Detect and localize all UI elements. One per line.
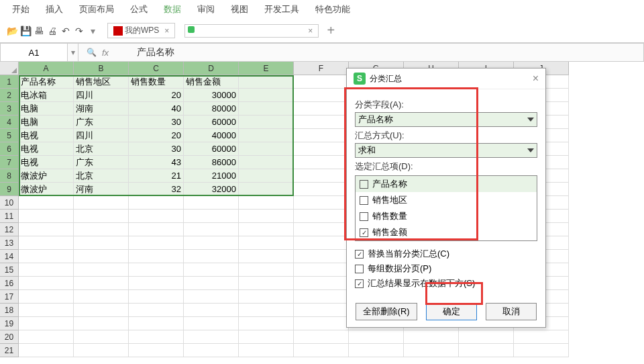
cell[interactable] [239, 129, 294, 142]
menu-view[interactable]: 视图 [231, 3, 248, 15]
cell[interactable] [294, 317, 349, 330]
cell[interactable] [129, 304, 184, 317]
cell[interactable] [294, 196, 349, 210]
menu-insert[interactable]: 插入 [46, 3, 63, 15]
name-box-dropdown-icon[interactable]: ▾ [68, 44, 78, 61]
cell[interactable] [19, 317, 74, 330]
cell[interactable] [239, 263, 294, 277]
checkbox-icon[interactable]: ✓ [360, 228, 368, 237]
cell[interactable] [129, 263, 184, 277]
cell[interactable] [404, 344, 459, 357]
cell[interactable] [239, 250, 294, 263]
cell[interactable]: 销售金额 [184, 75, 239, 89]
cell[interactable] [239, 169, 294, 183]
cell[interactable]: 电冰箱 [19, 89, 74, 102]
cell[interactable]: 微波炉 [19, 169, 74, 183]
row-header[interactable]: 15 [0, 263, 19, 277]
cell[interactable] [184, 236, 239, 250]
cell[interactable] [129, 330, 184, 344]
cell[interactable]: 21000 [184, 169, 239, 183]
cell[interactable]: 43 [129, 156, 184, 169]
cell[interactable] [239, 317, 294, 330]
cell[interactable]: 60000 [184, 142, 239, 156]
cell[interactable]: 电脑 [19, 116, 74, 129]
cell[interactable] [239, 304, 294, 317]
items-listbox[interactable]: 产品名称 销售地区 销售数量 ✓ 销售金额 [355, 175, 537, 241]
cell[interactable] [129, 223, 184, 236]
list-item[interactable]: 销售数量 [356, 208, 537, 224]
cell[interactable] [184, 277, 239, 290]
checkbox-icon[interactable] [360, 196, 368, 205]
cell[interactable] [239, 89, 294, 102]
checkbox-icon[interactable]: ✓ [355, 250, 364, 259]
column-header[interactable]: F [294, 62, 349, 75]
cell[interactable] [294, 236, 349, 250]
row-header[interactable]: 21 [0, 344, 19, 357]
row-header[interactable]: 20 [0, 330, 19, 344]
row-header[interactable]: 14 [0, 250, 19, 263]
cell[interactable] [19, 210, 74, 223]
fx-label[interactable]: fx [102, 48, 109, 58]
cell[interactable]: 30000 [184, 89, 239, 102]
remove-all-button[interactable]: 全部删除(R) [356, 303, 417, 320]
row-header[interactable]: 6 [0, 142, 19, 156]
cell[interactable] [74, 210, 129, 223]
cell[interactable] [19, 290, 74, 304]
add-tab-icon[interactable]: + [325, 26, 336, 36]
cell[interactable]: 40 [129, 102, 184, 116]
cell[interactable]: 销售数量 [129, 75, 184, 89]
row-header[interactable]: 5 [0, 129, 19, 142]
cell[interactable] [404, 330, 459, 344]
row-header[interactable]: 9 [0, 183, 19, 196]
cell[interactable] [19, 344, 74, 357]
menu-review[interactable]: 审阅 [197, 3, 215, 15]
checkbox-icon[interactable] [355, 265, 364, 273]
cell[interactable] [19, 223, 74, 236]
cell[interactable]: 60000 [184, 116, 239, 129]
cell[interactable] [294, 142, 349, 156]
cell[interactable] [19, 196, 74, 210]
cell[interactable] [239, 236, 294, 250]
row-header[interactable]: 17 [0, 290, 19, 304]
cell[interactable]: 20 [129, 129, 184, 142]
cell[interactable] [239, 196, 294, 210]
print-preview-icon[interactable]: 🖶 [34, 26, 44, 36]
cell[interactable]: 河南 [74, 183, 129, 196]
row-header[interactable]: 19 [0, 317, 19, 330]
checkbox-icon[interactable]: ✓ [355, 279, 364, 288]
row-header[interactable]: 2 [0, 89, 19, 102]
cell[interactable] [74, 304, 129, 317]
dropdown-icon[interactable]: ▾ [87, 26, 98, 36]
cell[interactable] [514, 344, 569, 357]
cell[interactable] [239, 156, 294, 169]
tab-close-icon[interactable]: × [164, 26, 169, 36]
tab-mywps[interactable]: 我的WPS × [107, 23, 175, 38]
below-checkbox[interactable]: ✓ 汇总结果显示在数据下方(S) [355, 276, 537, 291]
cell[interactable] [19, 304, 74, 317]
cell[interactable] [19, 330, 74, 344]
search-icon[interactable]: 🔍 [87, 48, 97, 57]
cell[interactable] [184, 304, 239, 317]
redo-icon[interactable]: ↷ [74, 26, 85, 36]
cell[interactable] [459, 330, 514, 344]
cell[interactable] [239, 277, 294, 290]
cell[interactable]: 32000 [184, 183, 239, 196]
cell[interactable]: 销售地区 [74, 75, 129, 89]
checkbox-icon[interactable] [360, 212, 368, 221]
cell[interactable] [129, 210, 184, 223]
cell[interactable]: 30 [129, 116, 184, 129]
cell[interactable] [19, 250, 74, 263]
field-select[interactable]: 产品名称 [355, 112, 537, 127]
cell[interactable]: 30 [129, 142, 184, 156]
cell[interactable]: 产品名称 [19, 75, 74, 89]
folder-open-icon[interactable]: 📂 [7, 26, 17, 36]
cell[interactable]: 电脑 [19, 102, 74, 116]
cell[interactable]: 广东 [74, 156, 129, 169]
cell[interactable] [239, 183, 294, 196]
cell[interactable] [19, 236, 74, 250]
cell[interactable] [294, 250, 349, 263]
row-header[interactable]: 1 [0, 75, 19, 89]
menu-layout[interactable]: 页面布局 [79, 3, 114, 15]
cell[interactable] [129, 344, 184, 357]
list-item[interactable]: ✓ 销售金额 [356, 224, 537, 240]
